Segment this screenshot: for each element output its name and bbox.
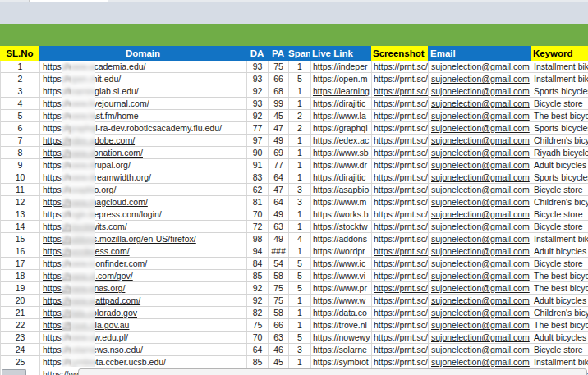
live-link[interactable]: https://open.m	[311, 73, 372, 85]
email-link[interactable]: sujonelection@gmail.com	[429, 159, 531, 171]
email-link[interactable]: sujonelection@gmail.com	[429, 85, 531, 97]
header-domain[interactable]: Domain	[39, 46, 246, 61]
header-keyword[interactable]: Keyword	[531, 46, 588, 61]
header-spam-score[interactable]: Spam Score	[288, 46, 310, 61]
domain-link[interactable]: https://open.mit.edu/	[40, 73, 247, 85]
screenshot-link[interactable]: https://prnt.sc/	[372, 282, 429, 294]
email-link[interactable]: sujonelection@gmail.com	[429, 110, 531, 121]
domain-link[interactable]: https://www.pnas.org/	[40, 282, 247, 294]
screenshot-link[interactable]: https://prnt.sc/	[372, 233, 429, 245]
live-link[interactable]: https://trove.nl	[311, 319, 372, 331]
email-link[interactable]: sujonelection@gmail.com	[429, 356, 531, 368]
header-screenshot[interactable]: Screenshot	[371, 46, 428, 61]
domain-link[interactable]: https://www.vi.com/gov/	[40, 270, 247, 281]
screenshot-link[interactable]: https://prnt.sc/	[372, 295, 429, 306]
live-link[interactable]: https://www.la	[311, 110, 372, 121]
domain-link[interactable]: https://wordpress.com/	[40, 245, 247, 257]
email-link[interactable]: sujonelection@gmail.com	[429, 73, 531, 85]
email-link[interactable]: sujonelection@gmail.com	[429, 221, 531, 232]
screenshot-link[interactable]: https://prnt.sc/	[372, 159, 429, 171]
screenshot-link[interactable]: https://prnt.sc/	[372, 98, 429, 109]
live-link[interactable]: https://indeper	[311, 61, 372, 72]
domain-link[interactable]: https://stocktwits.com/	[40, 221, 247, 232]
screenshot-link[interactable]: https://prnt.sc/	[372, 208, 429, 220]
domain-link[interactable]: https://www.dreamwidth.org/	[40, 171, 247, 183]
domain-link[interactable]: https://asapbio.org/	[40, 184, 247, 195]
live-link[interactable]: https://www.sb	[311, 147, 372, 158]
screenshot-link[interactable]: https://prnt.sc/	[372, 344, 429, 355]
live-link[interactable]: https://wordpr	[311, 245, 372, 257]
email-link[interactable]: sujonelection@gmail.com	[429, 184, 531, 195]
email-link[interactable]: sujonelection@gmail.com	[429, 282, 531, 294]
live-link[interactable]: https://www.w	[311, 295, 372, 306]
header-slno[interactable]: SL.No	[0, 46, 39, 61]
live-link[interactable]: https://symbiot	[311, 356, 372, 368]
live-link[interactable]: https://works.b	[311, 208, 372, 220]
email-link[interactable]: sujonelection@gmail.com	[429, 295, 531, 306]
email-link[interactable]: sujonelection@gmail.com	[429, 122, 531, 134]
screenshot-link[interactable]: https://prnt.sc/	[372, 258, 429, 269]
email-link[interactable]: sujonelection@gmail.com	[429, 196, 531, 208]
live-link[interactable]: https://dirajitic	[311, 171, 372, 183]
domain-link[interactable]: https://symbiota.ccber.ucsb.edu/	[40, 356, 247, 368]
screenshot-link[interactable]: https://prnt.sc/	[372, 307, 429, 318]
screenshot-link[interactable]: https://prnt.sc/	[372, 356, 429, 368]
email-link[interactable]: sujonelection@gmail.com	[429, 258, 531, 269]
screenshot-link[interactable]: https://prnt.sc/	[372, 196, 429, 208]
live-link[interactable]: https://www.vi	[311, 270, 372, 281]
email-link[interactable]: sujonelection@gmail.com	[429, 307, 531, 318]
header-da[interactable]: DA	[246, 46, 268, 61]
screenshot-link[interactable]: https://prnt.sc/	[372, 73, 429, 85]
domain-link[interactable]: https://www.livejournal.com/	[40, 98, 247, 109]
domain-link[interactable]: https://edex.adobe.com/	[40, 135, 247, 146]
domain-link[interactable]: https://login.bepress.com/login/	[40, 208, 247, 220]
live-link[interactable]: https://edex.ac	[311, 135, 372, 146]
domain-link[interactable]: https://www.wattpad.com/	[40, 295, 247, 306]
email-link[interactable]: sujonelection@gmail.com	[429, 61, 531, 72]
screenshot-link[interactable]: https://prnt.sc/	[372, 245, 429, 257]
screenshot-link[interactable]: https://prnt.sc/	[372, 332, 429, 343]
domain-link[interactable]: https://solarnews.nso.edu/	[40, 344, 247, 355]
domain-link[interactable]: https://www.sbnation.com/	[40, 147, 247, 158]
live-link[interactable]: https://nowewy	[311, 332, 372, 343]
live-link[interactable]: https://solarne	[311, 344, 372, 355]
live-link[interactable]: https://www.dr	[311, 159, 372, 171]
email-link[interactable]: sujonelection@gmail.com	[429, 319, 531, 331]
live-link[interactable]: https://www.m	[311, 196, 372, 208]
domain-link[interactable]: https://www.iconfinder.com/	[40, 258, 247, 269]
email-link[interactable]: sujonelection@gmail.com	[429, 233, 531, 245]
live-link[interactable]: https://www.ic	[311, 258, 372, 269]
screenshot-link[interactable]: https://prnt.sc/	[372, 122, 429, 134]
scrollbar-corner[interactable]	[2, 369, 26, 375]
email-link[interactable]: sujonelection@gmail.com	[429, 270, 531, 281]
live-link[interactable]: https://stocktw	[311, 221, 372, 232]
email-link[interactable]: sujonelection@gmail.com	[429, 147, 531, 158]
live-link[interactable]: https://www.pr	[311, 282, 372, 294]
domain-link[interactable]: https://www.uw.edu.pl/	[40, 332, 247, 343]
domain-link[interactable]: https://trove.nla.gov.au	[40, 319, 247, 331]
screenshot-link[interactable]: https://prnt.sc/	[372, 184, 429, 195]
header-email[interactable]: Email	[428, 46, 531, 61]
domain-link[interactable]: https://graphql-ra-dev.roboticsacademy.f…	[40, 122, 247, 134]
horizontal-scrollbar[interactable]	[78, 368, 587, 375]
domain-link[interactable]: https://www.academia.edu/	[40, 61, 247, 72]
domain-link[interactable]: https://www.magcloud.com/	[40, 196, 247, 208]
domain-link[interactable]: https://data.colorado.gov	[40, 307, 247, 318]
email-link[interactable]: sujonelection@gmail.com	[429, 332, 531, 343]
email-link[interactable]: sujonelection@gmail.com	[429, 171, 531, 183]
header-pa[interactable]: PA	[268, 46, 288, 61]
live-link[interactable]: https://asapbio	[311, 184, 372, 195]
screenshot-link[interactable]: https://prnt.sc/	[372, 135, 429, 146]
live-link[interactable]: https://dirajitic	[311, 98, 372, 109]
screenshot-link[interactable]: https://prnt.sc/	[372, 61, 429, 72]
email-link[interactable]: sujonelection@gmail.com	[429, 245, 531, 257]
domain-link[interactable]: https://addons.mozilla.org/en-US/firefox…	[40, 233, 247, 245]
screenshot-link[interactable]: https://prnt.sc/	[372, 221, 429, 232]
email-link[interactable]: sujonelection@gmail.com	[429, 98, 531, 109]
live-link[interactable]: https://data.co	[311, 307, 372, 318]
live-link[interactable]: https://addons	[311, 233, 372, 245]
screenshot-link[interactable]: https://prnt.sc/	[372, 110, 429, 121]
screenshot-link[interactable]: https://prnt.sc/	[372, 147, 429, 158]
email-link[interactable]: sujonelection@gmail.com	[429, 208, 531, 220]
header-live-link[interactable]: Live Link	[310, 46, 371, 61]
